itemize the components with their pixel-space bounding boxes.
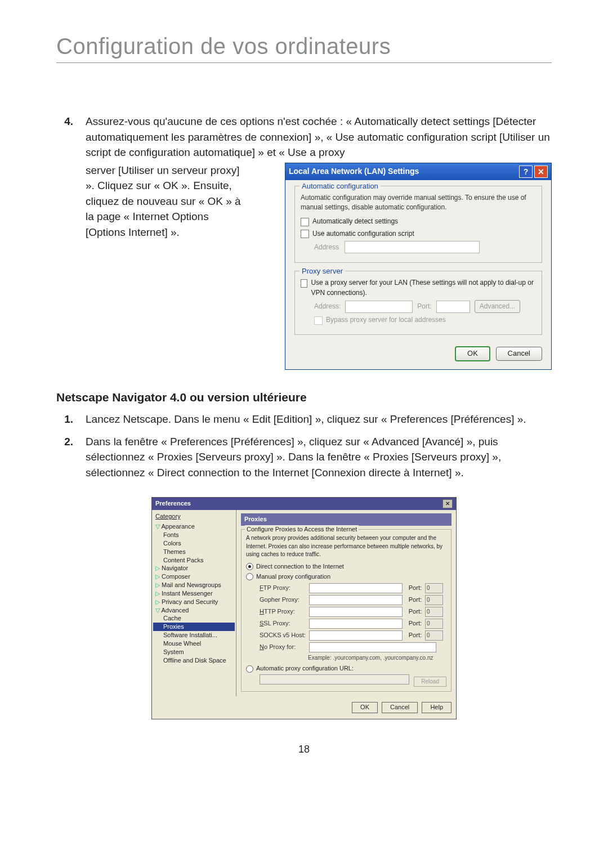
gopher-label: Gopher Proxy:	[260, 596, 306, 605]
proxy-port-label: Port:	[417, 302, 431, 311]
divider	[56, 62, 552, 63]
direct-radio[interactable]	[246, 563, 253, 570]
ns-step2: Dans la fenêtre « Preferences [Préférenc…	[86, 434, 552, 481]
auto-config-desc: Automatic configuration may override man…	[301, 193, 536, 213]
preferences-dialog: Preferences ✕ Category ▽ Appearance Font…	[151, 497, 457, 719]
socks-port-label: Port:	[406, 631, 422, 640]
script-address-label: Address	[314, 243, 339, 252]
page-title: Configuration de vos ordinateurs	[56, 34, 552, 59]
ns-step1-num: 1.	[56, 411, 73, 427]
proxies-desc: A network proxy provides additional secu…	[246, 534, 446, 559]
tree-themes[interactable]: Themes	[153, 548, 235, 556]
direct-label: Direct connection to the Internet	[256, 562, 344, 571]
tree-mouse[interactable]: Mouse Wheel	[153, 639, 235, 648]
prefs-title: Preferences	[155, 499, 442, 508]
use-proxy-checkbox[interactable]	[301, 279, 307, 288]
tree-mail[interactable]: ▷ Mail and Newsgroups	[153, 581, 235, 589]
lan-dialog: Local Area Network (LAN) Settings ? ✕ Au…	[285, 163, 552, 370]
script-checkbox[interactable]	[301, 230, 309, 238]
http-port	[425, 607, 443, 617]
tree-system[interactable]: System	[153, 648, 235, 656]
ssl-port-label: Port:	[406, 619, 422, 628]
proxy-legend: Proxy server	[299, 266, 345, 277]
ssl-port	[425, 619, 443, 629]
tree-colors[interactable]: Colors	[153, 539, 235, 548]
proxy-port-input	[436, 301, 470, 313]
http-port-label: Port:	[406, 607, 422, 616]
script-label: Use automatic configuration script	[312, 229, 414, 239]
ftp-port-label: Port:	[406, 584, 422, 593]
proxy-address-label: Address:	[314, 302, 341, 311]
auto-config-legend: Automatic configuration	[299, 181, 381, 192]
use-proxy-label: Use a proxy server for your LAN (These s…	[311, 278, 536, 298]
ftp-input	[309, 583, 403, 593]
socks-port	[425, 630, 443, 641]
auto-url-input	[260, 674, 409, 684]
bypass-checkbox	[314, 316, 323, 325]
detect-label: Automatically detect settings	[312, 217, 398, 226]
step4-intro: Assurez-vous qu'aucune de ces options n'…	[86, 115, 550, 158]
help-icon[interactable]: ?	[519, 165, 533, 178]
ftp-port	[425, 583, 443, 593]
tree-navigator[interactable]: ▷ Navigator	[153, 564, 235, 572]
http-label: HTTP Proxy:	[260, 607, 306, 616]
gopher-input	[309, 595, 403, 605]
panel-title: Proxies	[241, 513, 451, 526]
tree-fonts[interactable]: Fonts	[153, 531, 235, 539]
auto-label: Automatic proxy configuration URL:	[256, 664, 354, 673]
proxies-legend: Configure Proxies to Access the Internet	[245, 525, 359, 534]
tree-im[interactable]: ▷ Instant Messenger	[153, 589, 235, 598]
tree-software[interactable]: Software Installati...	[153, 631, 235, 639]
proxies-fieldset: Configure Proxies to Access the Internet…	[241, 529, 451, 692]
ns-step2-num: 2.	[56, 434, 73, 481]
detect-checkbox[interactable]	[301, 218, 309, 226]
close-icon[interactable]: ✕	[534, 165, 548, 178]
manual-radio[interactable]	[246, 573, 253, 580]
category-header: Category	[153, 512, 235, 522]
tree-content-packs[interactable]: Content Packs	[153, 556, 235, 565]
lan-title: Local Area Network (LAN) Settings	[289, 165, 517, 177]
script-address-input	[345, 241, 480, 253]
lan-ok-button[interactable]: OK	[455, 346, 490, 361]
lan-cancel-button[interactable]: Cancel	[496, 347, 542, 361]
lan-titlebar: Local Area Network (LAN) Settings ? ✕	[285, 163, 551, 180]
ftp-label: FTP Proxy:	[260, 584, 306, 593]
ns-step1: Lancez Netscape. Dans le menu « Edit [Ed…	[86, 411, 552, 427]
socks-input	[309, 630, 403, 641]
step4-number: 4.	[56, 114, 73, 370]
page-number: 18	[56, 742, 552, 757]
proxy-group: Proxy server Use a proxy server for your…	[294, 271, 542, 335]
proxy-address-input	[345, 301, 413, 313]
noproxy-label: No Proxy for:	[260, 643, 306, 652]
bypass-label: Bypass proxy server for local addresses	[326, 315, 446, 325]
tree-composer[interactable]: ▷ Composer	[153, 572, 235, 581]
category-tree: Category ▽ Appearance Fonts Colors Theme…	[152, 510, 236, 696]
socks-label: SOCKS v5 Host:	[260, 631, 306, 640]
tree-appearance[interactable]: ▽ Appearance	[153, 522, 235, 531]
example-text: Example: .yourcompany.com, .yourcompany.…	[308, 654, 446, 663]
close-icon[interactable]: ✕	[442, 499, 453, 508]
http-input	[309, 607, 403, 617]
tree-proxies[interactable]: Proxies	[153, 623, 235, 631]
netscape-heading: Netscape Navigator 4.0 ou version ultéri…	[56, 389, 552, 406]
prefs-ok-button[interactable]: OK	[352, 702, 378, 713]
auto-radio[interactable]	[246, 665, 253, 673]
auto-config-group: Automatic configuration Automatic config…	[294, 186, 542, 263]
manual-label: Manual proxy configuration	[256, 572, 330, 581]
tree-privacy[interactable]: ▷ Privacy and Security	[153, 598, 235, 606]
tree-cache[interactable]: Cache	[153, 614, 235, 623]
ssl-input	[309, 619, 403, 629]
gopher-port-label: Port:	[406, 596, 422, 605]
prefs-cancel-button[interactable]: Cancel	[382, 702, 418, 713]
ssl-label: SSL Proxy:	[260, 619, 306, 628]
noproxy-input	[309, 642, 436, 652]
advanced-button: Advanced...	[475, 300, 520, 313]
reload-button: Reload	[414, 677, 446, 687]
prefs-help-button[interactable]: Help	[422, 702, 451, 713]
prefs-titlebar: Preferences ✕	[152, 498, 456, 510]
step4-cont: server [Utiliser un serveur proxy] ». Cl…	[86, 163, 243, 240]
tree-offline[interactable]: Offline and Disk Space	[153, 656, 235, 665]
gopher-port	[425, 595, 443, 605]
tree-advanced[interactable]: ▽ Advanced	[153, 606, 235, 615]
